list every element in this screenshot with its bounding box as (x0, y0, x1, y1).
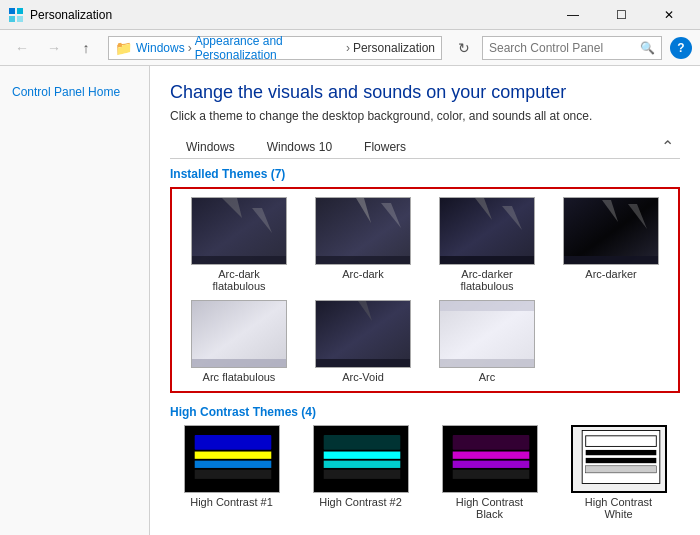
theme-label-3: Arc-darker flatabulous (439, 268, 535, 292)
svg-rect-2 (9, 16, 15, 22)
theme-preview-2 (316, 198, 411, 265)
search-box: 🔍 (482, 36, 662, 60)
back-button[interactable]: ← (8, 34, 36, 62)
svg-rect-38 (194, 461, 271, 468)
theme-preview-5 (192, 301, 287, 368)
scroll-up-arrow[interactable]: ⌃ (655, 135, 680, 158)
up-button[interactable]: ↑ (72, 34, 100, 62)
theme-arc-flatabulous[interactable]: Arc flatabulous (180, 300, 298, 383)
theme-label-5: Arc flatabulous (203, 371, 276, 383)
minimize-button[interactable]: — (550, 0, 596, 30)
theme-preview-1 (192, 198, 287, 265)
theme-thumb-hc4 (571, 425, 667, 493)
theme-label-4: Arc-darker (585, 268, 636, 280)
theme-preview-3 (440, 198, 535, 265)
theme-thumb-2 (315, 197, 411, 265)
svg-rect-53 (585, 450, 656, 455)
svg-rect-33 (440, 301, 535, 311)
theme-thumb-hc2 (313, 425, 409, 493)
theme-label-7: Arc (479, 371, 496, 383)
svg-rect-26 (192, 359, 287, 368)
theme-label-1: Arc-dark flatabulous (191, 268, 287, 292)
close-button[interactable]: ✕ (646, 0, 692, 30)
main-layout: Control Panel Home Change the visuals an… (0, 66, 700, 535)
refresh-button[interactable]: ↻ (450, 34, 478, 62)
theme-arc[interactable]: Arc (428, 300, 546, 383)
forward-button[interactable]: → (40, 34, 68, 62)
theme-arc-darker[interactable]: Arc-darker (552, 197, 670, 292)
theme-arc-dark-flatabulous[interactable]: Arc-dark flatabulous (180, 197, 298, 292)
svg-rect-52 (585, 436, 656, 447)
installed-themes-box: Arc-dark flatabulous (170, 187, 680, 393)
theme-preview-4 (564, 198, 659, 265)
app-icon (8, 7, 24, 23)
installed-themes-heading: Installed Themes (7) (170, 167, 680, 181)
search-input[interactable] (489, 41, 640, 55)
theme-thumb-1 (191, 197, 287, 265)
theme-hc-black[interactable]: High Contrast Black (428, 425, 551, 520)
svg-rect-42 (323, 452, 400, 459)
theme-label-2: Arc-dark (342, 268, 384, 280)
installed-themes-grid: Arc-dark flatabulous (180, 197, 670, 383)
svg-rect-18 (440, 256, 535, 265)
svg-rect-32 (440, 301, 535, 368)
svg-rect-30 (316, 359, 411, 368)
theme-thumb-hc1 (184, 425, 280, 493)
high-contrast-grid: High Contrast #1 High Contrast #2 (170, 425, 680, 520)
svg-rect-46 (452, 435, 529, 450)
svg-rect-25 (192, 301, 287, 368)
svg-rect-48 (452, 461, 529, 468)
folder-icon: 📁 (115, 40, 132, 56)
theme-arc-dark[interactable]: Arc-dark (304, 197, 422, 292)
high-contrast-heading: High Contrast Themes (4) (170, 405, 680, 419)
page-subtitle: Click a theme to change the desktop back… (170, 109, 680, 123)
theme-thumb-7 (439, 300, 535, 368)
breadcrumb-appearance[interactable]: Appearance and Personalization (195, 34, 343, 62)
theme-label-hc4: High Contrast White (571, 496, 667, 520)
address-bar: ← → ↑ 📁 Windows › Appearance and Persona… (0, 30, 700, 66)
tab-flowers[interactable]: Flowers (348, 136, 422, 158)
window-controls: — ☐ ✕ (550, 0, 692, 30)
theme-preview-6 (316, 301, 411, 368)
breadcrumb-control-panel[interactable]: Windows (136, 41, 185, 55)
window-title: Personalization (30, 8, 550, 22)
svg-rect-34 (440, 359, 535, 368)
svg-rect-39 (194, 470, 271, 479)
theme-arc-void[interactable]: Arc-Void (304, 300, 422, 383)
theme-thumb-4 (563, 197, 659, 265)
theme-hc-white[interactable]: High Contrast White (557, 425, 680, 520)
theme-label-hc3: High Contrast Black (442, 496, 538, 520)
svg-rect-28 (316, 301, 411, 368)
theme-hc1[interactable]: High Contrast #1 (170, 425, 293, 520)
content-area: Change the visuals and sounds on your co… (150, 66, 700, 535)
theme-label-6: Arc-Void (342, 371, 384, 383)
theme-label-hc1: High Contrast #1 (190, 496, 273, 508)
svg-rect-1 (17, 8, 23, 14)
breadcrumb-current: Personalization (353, 41, 435, 55)
svg-rect-13 (316, 256, 411, 265)
help-button[interactable]: ? (670, 37, 692, 59)
theme-tabs: Windows Windows 10 Flowers ⌃ (170, 135, 680, 159)
svg-rect-8 (192, 256, 287, 265)
theme-arc-darker-flatabulous[interactable]: Arc-darker flatabulous (428, 197, 546, 292)
sidebar-control-panel-home[interactable]: Control Panel Home (0, 78, 149, 107)
svg-rect-43 (323, 461, 400, 468)
svg-rect-55 (585, 466, 656, 473)
svg-rect-3 (17, 16, 23, 22)
theme-thumb-5 (191, 300, 287, 368)
maximize-button[interactable]: ☐ (598, 0, 644, 30)
svg-rect-44 (323, 470, 400, 479)
svg-rect-49 (452, 470, 529, 479)
tab-windows[interactable]: Windows (170, 136, 251, 158)
theme-thumb-6 (315, 300, 411, 368)
theme-hc2[interactable]: High Contrast #2 (299, 425, 422, 520)
svg-rect-36 (194, 435, 271, 450)
svg-rect-47 (452, 452, 529, 459)
search-icon: 🔍 (640, 41, 655, 55)
sidebar: Control Panel Home (0, 66, 150, 535)
page-title: Change the visuals and sounds on your co… (170, 82, 680, 103)
tab-windows10[interactable]: Windows 10 (251, 136, 348, 158)
theme-thumb-hc3 (442, 425, 538, 493)
svg-rect-37 (194, 452, 271, 459)
title-bar: Personalization — ☐ ✕ (0, 0, 700, 30)
